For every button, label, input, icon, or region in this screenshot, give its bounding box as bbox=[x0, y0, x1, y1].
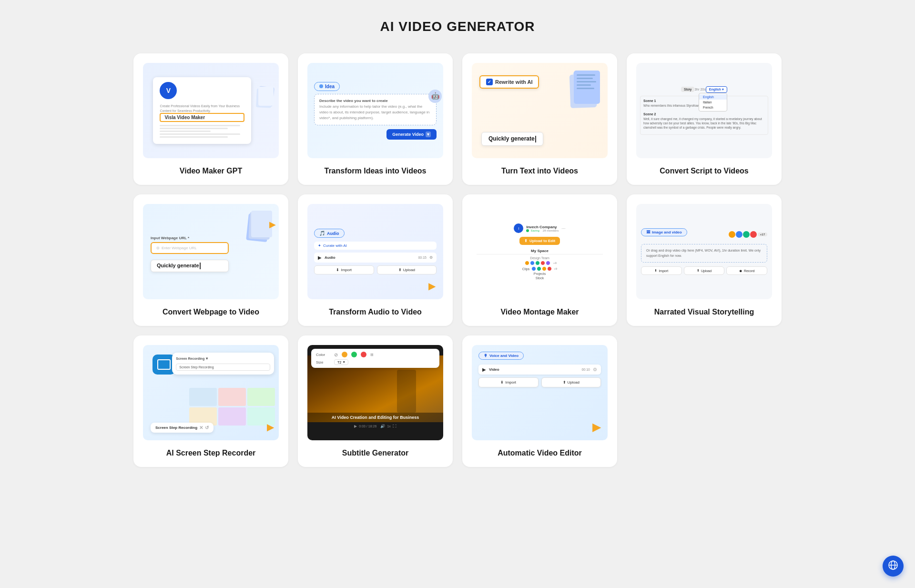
subtitle-time: 0:03 / 18:26 bbox=[359, 425, 376, 428]
color-green[interactable] bbox=[351, 352, 357, 357]
card-video-maker-gpt[interactable]: V Create Professional Videos Easily from… bbox=[133, 53, 288, 185]
card-transform-audio[interactable]: 🎵 Audio ✦ Curate with AI ▶ Audio 00:15 ⚙… bbox=[298, 194, 453, 326]
more-icon[interactable]: ··· bbox=[561, 226, 565, 231]
card-screen-recorder[interactable]: Screen Recording ▾ Screen Step Recording… bbox=[133, 335, 288, 467]
lang-opt-french[interactable]: French bbox=[699, 105, 727, 110]
my-space-label: My Space bbox=[531, 249, 549, 253]
visla-line bbox=[160, 131, 211, 132]
screen-rec-dropdown[interactable]: Screen Recording ▾ bbox=[176, 356, 270, 361]
clip-avatar bbox=[547, 266, 552, 271]
story-badge: Story bbox=[681, 87, 694, 92]
visla-line bbox=[160, 133, 240, 135]
visla-title-box: Visla Video Maker bbox=[160, 113, 244, 122]
auto-upload-button[interactable]: ⬆Upload bbox=[541, 377, 601, 387]
card-grid: V Create Professional Videos Easily from… bbox=[133, 53, 782, 467]
idea-input-area: Describe the video you want to create 🤖 … bbox=[314, 94, 437, 125]
url-label: Input Webpage URL * bbox=[151, 236, 229, 240]
card-preview-10: Color ⊘ ⊞ Size T2 ▾ AI V bbox=[307, 345, 443, 440]
script-section2-title: Scene 2 bbox=[643, 112, 765, 116]
generate-video-button[interactable]: Generate Video ▾ bbox=[386, 129, 437, 140]
play-icon[interactable]: ▶ bbox=[318, 255, 322, 260]
video-player-row: ▶ Video 00:10 ⚙ bbox=[478, 365, 601, 375]
clip-avatar bbox=[531, 266, 536, 271]
cancel-icon: ⊘ bbox=[334, 352, 338, 357]
quickly-generate-2: Quickly generate bbox=[151, 260, 229, 272]
card-subtitle-generator[interactable]: Color ⊘ ⊞ Size T2 ▾ AI V bbox=[298, 335, 453, 467]
projects-label: Projects bbox=[534, 272, 546, 275]
rewrite-ai-button[interactable]: ✓ Rewrite with AI bbox=[479, 75, 539, 89]
page-title: AI VIDEO GENERATOR bbox=[19, 19, 896, 34]
avatar-1 bbox=[525, 261, 529, 265]
card-label-auto-video-editor: Automatic Video Editor bbox=[498, 449, 582, 457]
upload-edit-button[interactable]: ⬆ Upload to Edit bbox=[519, 237, 560, 245]
card-label-transform-audio: Transform Audio to Video bbox=[329, 308, 422, 316]
url-input[interactable]: ⊙ Enter Webpage URL bbox=[151, 242, 229, 254]
step-recording-option[interactable]: Screen Step Recording bbox=[176, 364, 270, 371]
auto-import-button[interactable]: ⬇Import bbox=[478, 377, 539, 387]
color-orange[interactable] bbox=[342, 352, 347, 357]
speed-label[interactable]: 1x bbox=[387, 425, 390, 428]
card-turn-text[interactable]: ✓ Rewrite with AI Quickly generate Turn … bbox=[462, 53, 617, 185]
audio-upload-button[interactable]: ⬆Upload bbox=[377, 265, 437, 274]
card-narrated-visual[interactable]: 🖼 Image and video +17 Or drag and drop v… bbox=[627, 194, 782, 326]
language-dropdown[interactable]: English ▾ bbox=[706, 86, 727, 93]
screen-step-panel: Screen Step Recording ✕ ↺ bbox=[151, 423, 214, 433]
check-icon: ✓ bbox=[486, 79, 493, 85]
narr-avatar-4 bbox=[750, 231, 757, 238]
settings-icon[interactable]: ⚙ bbox=[429, 255, 433, 260]
card-preview-9: Screen Recording ▾ Screen Step Recording… bbox=[143, 345, 279, 440]
color-red[interactable] bbox=[361, 352, 366, 357]
script-section2-text: Well, it sure changed me, it changed my … bbox=[643, 117, 765, 130]
arrow-icon: ▶ bbox=[267, 421, 274, 433]
image-icon: 🖼 bbox=[646, 230, 650, 234]
narr-count-badge: +17 bbox=[758, 233, 767, 236]
color-label: Color bbox=[316, 353, 330, 357]
visla-subtitle: Create Professional Videos Easily from Y… bbox=[160, 104, 244, 113]
card-preview-4: Story 3hr 20s English ▾ English Italian … bbox=[636, 63, 772, 158]
narr-record-button[interactable]: ⏺Record bbox=[726, 266, 767, 275]
close-icon[interactable]: ✕ bbox=[199, 425, 203, 430]
avatar-2 bbox=[530, 261, 535, 265]
status-dot-icon bbox=[526, 229, 529, 232]
narr-import-button[interactable]: ⬇Import bbox=[641, 266, 682, 275]
card-transform-ideas[interactable]: Idea Describe the video you want to crea… bbox=[298, 53, 453, 185]
screen-thumb bbox=[218, 388, 246, 406]
video-settings-icon[interactable]: ⚙ bbox=[593, 367, 597, 372]
dropdown-caret-icon: ▾ bbox=[426, 132, 431, 137]
narr-upload-button[interactable]: ⬆Upload bbox=[684, 266, 725, 275]
lang-opt-english[interactable]: English bbox=[699, 94, 727, 100]
narr-avatar-2 bbox=[735, 231, 743, 238]
card-label-subtitle-generator: Subtitle Generator bbox=[342, 449, 409, 457]
card-label-transform-ideas: Transform Ideas into Videos bbox=[325, 167, 427, 175]
video-play-icon[interactable]: ▶ bbox=[482, 367, 486, 372]
fullscreen-icon[interactable]: ⛶ bbox=[393, 424, 396, 428]
card-auto-video-editor[interactable]: 🎙 Voice and Video ▶ Video 00:10 ⚙ ⬇Impor… bbox=[462, 335, 617, 467]
subtitle-overlay-text: AI Video Creation and Editing for Busine… bbox=[311, 415, 439, 420]
audio-import-button[interactable]: ⬇Import bbox=[314, 265, 374, 274]
screen-thumb bbox=[247, 388, 275, 406]
card-preview-2: Idea Describe the video you want to crea… bbox=[307, 63, 443, 158]
card-label-screen-recorder: AI Screen Step Recorder bbox=[166, 449, 256, 457]
card-preview-8: 🖼 Image and video +17 Or drag and drop v… bbox=[636, 204, 772, 299]
card-preview-5: ▶ Input Webpage URL * ⊙ Enter Webpage UR… bbox=[143, 204, 279, 299]
card-convert-script[interactable]: Story 3hr 20s English ▾ English Italian … bbox=[627, 53, 782, 185]
drag-drop-area[interactable]: Or drag and drop video clip here (MF4, W… bbox=[641, 244, 767, 263]
audio-icon: 🎵 bbox=[319, 231, 325, 236]
help-icon bbox=[888, 560, 898, 573]
lang-opt-italian[interactable]: Italian bbox=[699, 100, 727, 105]
auto-import-row: ⬇Import ⬆Upload bbox=[478, 377, 601, 387]
card-preview-7: I Invech Company Saving 28 members ··· ⬆… bbox=[472, 204, 608, 299]
card-video-montage[interactable]: I Invech Company Saving 28 members ··· ⬆… bbox=[462, 194, 617, 326]
card-convert-webpage[interactable]: ▶ Input Webpage URL * ⊙ Enter Webpage UR… bbox=[133, 194, 288, 326]
size-select[interactable]: T2 ▾ bbox=[334, 359, 348, 365]
volume-icon[interactable]: 🔊 bbox=[380, 424, 385, 428]
card-preview-6: 🎵 Audio ✦ Curate with AI ▶ Audio 00:15 ⚙… bbox=[307, 204, 443, 299]
play-icon-sub[interactable]: ▶ bbox=[354, 424, 357, 428]
audio-player-row: ▶ Audio 00:15 ⚙ bbox=[314, 253, 437, 263]
help-fab-button[interactable] bbox=[883, 556, 904, 577]
clip-avatar bbox=[537, 266, 541, 271]
more-colors-icon[interactable]: ⊞ bbox=[370, 353, 374, 357]
refresh-icon[interactable]: ↺ bbox=[205, 425, 209, 430]
arrow-icon: ▶ bbox=[428, 280, 436, 292]
card-label-convert-webpage: Convert Webpage to Video bbox=[163, 308, 259, 316]
